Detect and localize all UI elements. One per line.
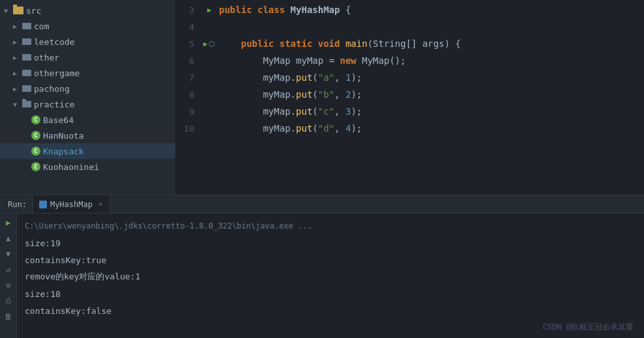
folder-icon: [22, 23, 31, 29]
rerun-button[interactable]: ↺: [2, 263, 15, 276]
folder-icon: [22, 38, 31, 45]
code-text: public class MyHashMap {: [216, 5, 644, 15]
console-text: C:\Users\wenyanbing\.jdks\corretto-1.8.0…: [25, 221, 312, 231]
tab-myhashmap[interactable]: MyHashMap ×: [33, 195, 110, 213]
tree-item-other[interactable]: ▶ other: [0, 49, 175, 65]
run-gutter[interactable]: ▶ ⬡: [202, 40, 216, 48]
console-line-2: containsKey:true: [25, 251, 636, 268]
console-line-1: size:19: [25, 234, 636, 251]
console-text: containsKey:false: [25, 306, 111, 316]
run-button[interactable]: ▶: [2, 216, 15, 229]
arrow-icon: ▼: [13, 101, 22, 108]
tree-item-base64[interactable]: ▶ C Base64: [0, 112, 175, 128]
console-text: remove的key对应的value:1: [25, 271, 140, 283]
tree-item-com[interactable]: ▶ com: [0, 18, 175, 34]
console-output: C:\Users\wenyanbing\.jdks\corretto-1.8.0…: [17, 214, 644, 338]
spacer: ▶: [22, 132, 31, 139]
line-number: 4: [176, 22, 202, 32]
console-text: size:19: [25, 238, 61, 248]
code-line-3: 3 ▶ public class MyHashMap {: [176, 1, 644, 18]
run-label: Run:: [3, 195, 33, 213]
tree-label: practice: [34, 100, 75, 109]
settings-button[interactable]: ≡: [2, 279, 15, 292]
tree-label: leetcode: [34, 37, 75, 47]
console-line-0: C:\Users\wenyanbing\.jdks\corretto-1.8.0…: [25, 218, 636, 234]
folder-icon: [22, 54, 31, 61]
tree-item-kuohaoninei[interactable]: ▶ C Kuohaoninei: [0, 159, 175, 175]
folder-icon: [22, 85, 31, 92]
code-line-7: 7 myMap.put("a", 1);: [176, 69, 644, 86]
folder-icon: [22, 70, 31, 76]
tree-label: src: [26, 6, 41, 16]
console-line-3: remove的key对应的value:1: [25, 268, 636, 285]
tree-label: Kuohaoninei: [43, 162, 99, 172]
code-line-9: 9 myMap.put("c", 3);: [176, 103, 644, 120]
folder-icon: [13, 7, 23, 14]
print-button[interactable]: ⎙: [2, 294, 15, 307]
console-text: size:18: [25, 289, 61, 299]
tree-item-knapsack[interactable]: ▶ C Knapsack: [0, 143, 175, 159]
arrow-icon: ▼: [4, 7, 13, 14]
code-line-6: 6 MyMap myMap = new MyMap();: [176, 52, 644, 69]
spacer: ▶: [22, 163, 31, 171]
tree-item-hannuota[interactable]: ▶ C HanNuota: [0, 128, 175, 143]
code-line-5: 5 ▶ ⬡ public static void main(String[] a…: [176, 35, 644, 52]
run-arrow-icon[interactable]: ▶: [207, 6, 212, 14]
trash-button[interactable]: 🗑: [2, 310, 15, 323]
tab-close-button[interactable]: ×: [98, 200, 103, 208]
java-file-icon: C: [31, 115, 40, 124]
java-file-icon: C: [31, 162, 40, 171]
tree-label: other: [34, 53, 59, 63]
code-line-4: 4: [176, 18, 644, 35]
tree-label: othergame: [34, 68, 80, 78]
code-text: MyMap myMap = new MyMap();: [216, 55, 644, 66]
tree-item-pachong[interactable]: ▶ pachong: [0, 81, 175, 96]
bookmark-icon: ⬡: [209, 40, 215, 48]
java-file-icon: C: [31, 131, 40, 140]
scroll-up-button[interactable]: ▲: [2, 232, 15, 245]
tree-label: pachong: [34, 84, 70, 94]
code-text: myMap.put("a", 1);: [216, 72, 644, 83]
bottom-panel: Run: MyHashMap × ▶ ▲ ▼ ↺ ≡ ⎙ 🗑 C:\Users\…: [0, 195, 644, 338]
run-gutter[interactable]: ▶: [202, 6, 216, 14]
line-number: 6: [176, 56, 202, 66]
tree-label: Base64: [43, 115, 74, 125]
line-number: 3: [176, 5, 202, 15]
console-text: containsKey:true: [25, 255, 106, 265]
folder-icon: [22, 101, 31, 107]
tab-label: MyHashMap: [50, 200, 93, 209]
tree-label: HanNuota: [43, 131, 84, 141]
arrow-icon: ▶: [13, 23, 22, 30]
code-line-8: 8 myMap.put("b", 2);: [176, 86, 644, 103]
code-text: myMap.put("d", 4);: [216, 123, 644, 134]
tree-label: com: [34, 21, 49, 31]
tab-icon: [39, 201, 47, 208]
console-line-5: containsKey:false: [25, 302, 636, 319]
file-tree: ▼ src ▶ com ▶ leetcode ▶ other ▶: [0, 0, 176, 195]
spacer: ▶: [22, 117, 31, 124]
code-text: public static void main(String[] args) {: [216, 38, 644, 49]
java-file-icon: C: [31, 147, 40, 156]
tree-item-src[interactable]: ▼ src: [0, 3, 175, 18]
console-left-buttons: ▶ ▲ ▼ ↺ ≡ ⎙ 🗑: [0, 214, 17, 338]
line-number: 9: [176, 107, 202, 117]
run-arrow-icon[interactable]: ▶: [203, 40, 208, 48]
console-area: ▶ ▲ ▼ ↺ ≡ ⎙ 🗑 C:\Users\wenyanbing\.jdks\…: [0, 214, 644, 338]
tree-item-othergame[interactable]: ▶ othergame: [0, 65, 175, 81]
tree-item-practice[interactable]: ▼ practice: [0, 96, 175, 112]
tree-label: Knapsack: [43, 147, 84, 156]
bottom-tabs: Run: MyHashMap ×: [0, 195, 644, 214]
line-number: 7: [176, 73, 202, 83]
scroll-down-button[interactable]: ▼: [2, 247, 15, 261]
arrow-icon: ▶: [13, 54, 22, 61]
line-number: 10: [176, 124, 202, 134]
console-line-4: size:18: [25, 285, 636, 302]
run-text: Run:: [8, 200, 27, 209]
code-line-10: 10 myMap.put("d", 4);: [176, 120, 644, 137]
spacer: ▶: [22, 148, 31, 155]
arrow-icon: ▶: [13, 70, 22, 77]
tree-item-leetcode[interactable]: ▶ leetcode: [0, 34, 175, 49]
code-editor: 3 ▶ public class MyHashMap { 4 5 ▶ ⬡: [176, 0, 644, 195]
code-text: myMap.put("c", 3);: [216, 106, 644, 117]
watermark: CSDN @欲戴王冠必承其重: [543, 322, 634, 333]
